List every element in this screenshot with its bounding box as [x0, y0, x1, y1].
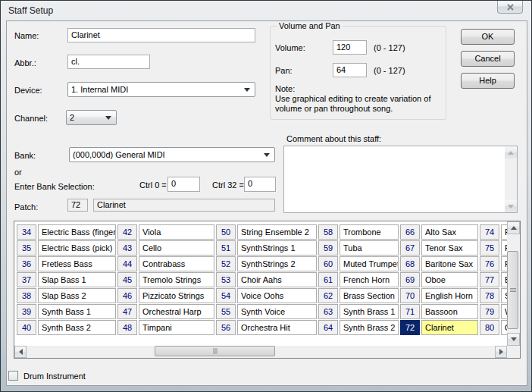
patch-name-cell[interactable]: Electric Bass (finger) [38, 224, 116, 240]
patch-name-cell[interactable]: SynthStrings 2 [237, 256, 317, 271]
device-select[interactable]: 1. Internal MIDI [67, 82, 255, 97]
patch-number-cell[interactable]: 76 [480, 256, 499, 271]
patch-number-cell[interactable]: 66 [400, 224, 420, 240]
patch-number-cell[interactable]: 53 [216, 272, 236, 287]
patch-number-cell[interactable]: 67 [400, 240, 420, 256]
patch-table-hscrollbar[interactable] [14, 346, 507, 358]
patch-number-cell[interactable]: 74 [480, 224, 499, 240]
bank-select[interactable]: (000,000d) General MIDI [69, 147, 275, 162]
scroll-up-icon[interactable] [505, 146, 517, 158]
patch-name-cell[interactable]: Synth Bass 2 [38, 320, 116, 335]
patch-name-cell[interactable]: Tuba [340, 240, 399, 256]
scroll-left-icon[interactable] [14, 346, 27, 358]
patch-name-cell[interactable]: Pizzicato Strings [139, 288, 214, 303]
patch-number-cell[interactable]: 56 [216, 320, 236, 335]
patch-name-cell[interactable]: Synth Bass 1 [38, 304, 116, 319]
patch-number-cell[interactable]: 61 [318, 272, 338, 287]
patch-number-cell[interactable]: 50 [216, 224, 236, 240]
patch-name-cell[interactable]: Slap Bass 1 [38, 272, 116, 287]
patch-name-cell[interactable]: Oboe [421, 272, 478, 287]
patch-name-cell[interactable]: French Horn [340, 272, 399, 287]
comment-textarea[interactable] [283, 146, 518, 213]
patch-number-cell[interactable]: 39 [17, 304, 36, 319]
patch-name-cell[interactable]: Clarinet [421, 320, 478, 335]
patch-name-cell[interactable]: Viola [139, 224, 214, 240]
patch-name-cell[interactable]: SynthStrings 1 [237, 240, 317, 256]
channel-select[interactable]: 2 [66, 110, 117, 125]
patch-number-cell[interactable]: 55 [216, 304, 236, 319]
patch-name-cell[interactable]: Timpani [139, 320, 214, 335]
patch-number-cell[interactable]: 34 [17, 224, 36, 240]
patch-name-cell[interactable]: Orchestra Hit [237, 320, 317, 335]
patch-number-cell[interactable]: 71 [400, 304, 420, 319]
patch-name-cell[interactable]: Cello [139, 240, 214, 256]
patch-name-cell[interactable]: Tenor Sax [421, 240, 478, 256]
patch-name-cell[interactable]: Contrabass [139, 256, 214, 271]
patch-name-cell[interactable]: Bassoon [421, 304, 478, 319]
patch-number-cell[interactable]: 80 [480, 320, 499, 335]
patch-number-cell[interactable]: 47 [117, 304, 137, 319]
patch-name-cell[interactable]: Fretless Bass [38, 256, 116, 271]
patch-number-cell[interactable]: 58 [318, 224, 338, 240]
patch-number-cell[interactable]: 70 [400, 288, 420, 303]
patch-number-cell[interactable]: 51 [216, 240, 236, 256]
scroll-right-icon[interactable] [495, 346, 507, 358]
patch-number-cell[interactable]: 36 [17, 256, 36, 271]
name-input[interactable]: Clarinet [67, 28, 255, 42]
scroll-down-icon[interactable] [505, 200, 517, 212]
pan-input[interactable]: 64 [333, 63, 367, 77]
patch-name-cell[interactable]: Orchestral Harp [139, 304, 214, 319]
ctrl32-input[interactable]: 0 [244, 177, 276, 192]
patch-number-cell[interactable]: 69 [400, 272, 420, 287]
patch-number-cell[interactable]: 78 [480, 288, 499, 303]
patch-number-cell[interactable]: 52 [216, 256, 236, 271]
comment-scrollbar[interactable] [505, 146, 517, 212]
patch-name-cell[interactable]: Choir Aahs [237, 272, 317, 287]
close-button[interactable] [497, 1, 523, 14]
patch-number-cell[interactable]: 75 [480, 240, 499, 256]
scroll-up-icon[interactable] [507, 221, 520, 234]
hscroll-thumb[interactable] [155, 346, 275, 356]
patch-number-cell[interactable]: 79 [480, 304, 499, 319]
patch-number-cell[interactable]: 62 [318, 288, 338, 303]
patch-number-cell[interactable]: 68 [400, 256, 420, 271]
patch-name-cell[interactable]: Brass Section [340, 288, 399, 303]
patch-number-cell[interactable]: 59 [318, 240, 338, 256]
patch-name-cell[interactable]: Trombone [340, 224, 399, 240]
patch-name-cell[interactable]: Synth Brass 1 [340, 304, 399, 319]
patch-number-cell[interactable]: 35 [17, 240, 36, 256]
patch-name-cell[interactable]: Tremolo Strings [139, 272, 214, 287]
patch-number-cell[interactable]: 45 [117, 272, 137, 287]
patch-name-cell[interactable]: Voice Oohs [237, 288, 317, 303]
patch-number-cell[interactable]: 40 [17, 320, 36, 335]
patch-number-cell[interactable]: 63 [318, 304, 338, 319]
help-button[interactable]: Help [461, 73, 515, 89]
patch-name-cell[interactable]: Baritone Sax [421, 256, 478, 271]
abbr-input[interactable]: cl. [67, 55, 150, 69]
patch-table-vscrollbar[interactable] [507, 221, 520, 346]
patch-name-cell[interactable]: Alto Sax [421, 224, 478, 240]
drum-instrument-checkbox[interactable] [8, 371, 18, 381]
patch-number-cell[interactable]: 64 [318, 320, 338, 335]
patch-number-cell[interactable]: 77 [480, 272, 499, 287]
patch-number-cell[interactable]: 48 [117, 320, 137, 335]
patch-name-cell[interactable]: Synth Brass 2 [340, 320, 399, 335]
patch-number-cell[interactable]: 38 [17, 288, 36, 303]
ok-button[interactable]: OK [461, 29, 515, 45]
patch-number-cell[interactable]: 72 [400, 320, 420, 335]
cancel-button[interactable]: Cancel [461, 51, 515, 67]
vscroll-thumb[interactable] [507, 251, 518, 329]
patch-number-cell[interactable]: 60 [318, 256, 338, 271]
patch-number-cell[interactable]: 46 [117, 288, 137, 303]
patch-name-cell[interactable]: Electric Bass (pick) [38, 240, 116, 256]
patch-name-cell[interactable]: Slap Bass 2 [38, 288, 116, 303]
patch-name-cell[interactable]: Synth Voice [237, 304, 317, 319]
patch-number-cell[interactable]: 54 [216, 288, 236, 303]
patch-name-cell[interactable]: English Horn [421, 288, 478, 303]
patch-number-cell[interactable]: 44 [117, 256, 137, 271]
ctrl0-input[interactable]: 0 [167, 177, 200, 192]
patch-number-cell[interactable]: 43 [117, 240, 137, 256]
volume-input[interactable]: 120 [333, 40, 367, 55]
patch-name-cell[interactable]: String Ensemble 2 [237, 224, 317, 240]
patch-number-cell[interactable]: 42 [117, 224, 137, 240]
